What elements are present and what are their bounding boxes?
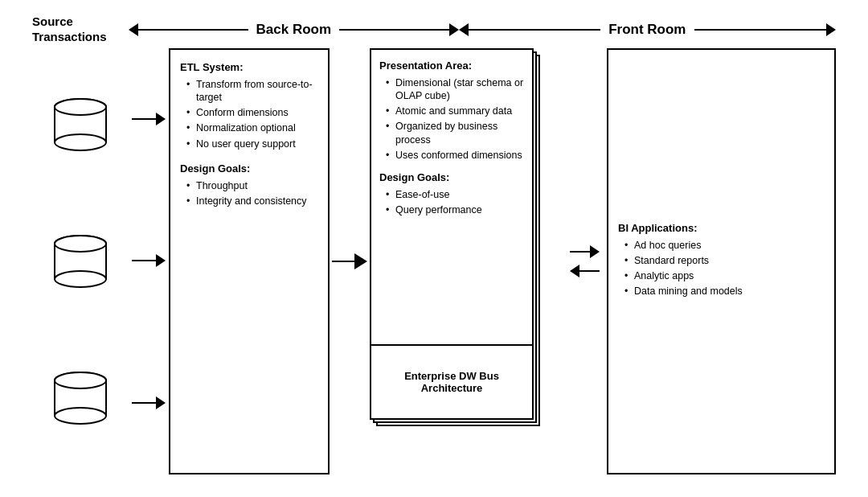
front-room-line-left [469,29,601,31]
etl-box: ETL System: Transform from source-to-tar… [169,48,330,474]
etl-bullet-2: Conform dimensions [186,106,318,119]
etl-design-title: Design Goals: [180,162,318,175]
presentation-bullet-2: Atomic and summary data [386,105,524,117]
arrow-to-bi [570,245,600,258]
etl-title: ETL System: [180,61,318,73]
presentation-top-section: Presentation Area: Dimensional (star sch… [371,50,532,346]
presentation-bullet-4: Uses conformed dimensions [386,149,524,162]
arrow-2 [132,254,166,267]
etl-design-bullet-list: Throughput Integrity and consistency [180,179,318,208]
bi-bullet-list: Ad hoc queries Standard reports Analytic… [618,239,825,301]
front-room-label: Front Room [600,22,694,38]
source-to-etl-arrows [129,48,169,474]
svg-point-11 [55,236,106,252]
bi-bullet-4: Data mining and models [624,285,825,298]
arrow-3 [132,396,166,409]
bi-bullet-1: Ad hoc queries [624,239,825,252]
back-room-label: Back Room [248,22,340,38]
etl-bullet-4: No user query support [186,138,318,150]
back-room-line-left [138,29,248,31]
svg-point-17 [55,372,106,388]
back-room-line-right [339,29,449,31]
arrow-from-bi [570,265,600,277]
presentation-bullet-3: Organized by business process [386,120,524,146]
top-bar: Source Transactions Back Room Front Room [16,8,852,48]
bi-box: BI Applications: Ad hoc queries Standard… [607,48,836,474]
etl-design-bullet-2: Integrity and consistency [186,195,318,207]
etl-bullet-list: Transform from source-to-target Conform … [180,78,318,153]
bi-title: BI Applications: [618,222,825,234]
etl-design-bullet-1: Throughput [186,179,318,192]
bi-bullet-2: Standard reports [624,254,825,267]
presentation-design-bullet-2: Query performance [386,203,524,216]
svg-point-16 [55,408,106,424]
front-room-section: Front Room [459,22,836,38]
presentation-design-bullet-list: Ease-of-use Query performance [379,188,524,217]
presentation-bullet-1: Dimensional (star schema or OLAP cube) [386,76,524,103]
front-room-left-arrowhead [459,23,469,36]
presentation-to-bi-arrows [563,48,607,474]
presentation-bullet-list: Dimensional (star schema or OLAP cube) A… [379,76,524,162]
front-room-line-right [694,29,827,31]
presentation-design-title: Design Goals: [379,171,524,183]
presentation-area-wrapper: Presentation Area: Dimensional (star sch… [370,48,547,474]
enterprise-dw-label: Enterprise DW BusArchitecture [404,370,499,394]
etl-design-goals: Design Goals: Throughput Integrity and c… [180,162,318,211]
svg-point-10 [55,271,106,287]
presentation-title: Presentation Area: [379,60,524,72]
diagram-container: Source Transactions Back Room Front Room [0,0,868,497]
presentation-design-bullet-1: Ease-of-use [386,188,524,201]
main-content: ETL System: Transform from source-to-tar… [16,48,852,474]
enterprise-dw-bus: Enterprise DW BusArchitecture [371,346,532,418]
source-transactions-label: Source Transactions [32,14,129,45]
etl-to-presentation-arrow [330,48,370,474]
database-3 [48,366,113,430]
presentation-design-goals: Design Goals: Ease-of-use Query performa… [379,171,524,217]
etl-bullet-3: Normalization optional [186,121,318,134]
back-room-section: Back Room [129,22,459,38]
arrow-1 [132,113,166,125]
database-2 [48,229,113,294]
database-1 [48,92,113,157]
front-room-right-arrowhead [826,23,836,36]
presentation-main-page: Presentation Area: Dimensional (star sch… [370,48,534,420]
svg-point-5 [55,99,106,115]
svg-point-4 [55,134,106,150]
back-room-right-arrowhead [449,23,459,36]
etl-bullet-1: Transform from source-to-target [186,78,318,105]
back-room-left-arrowhead [129,23,138,36]
source-databases-col [32,48,129,474]
bi-bullet-3: Analytic apps [624,269,825,282]
